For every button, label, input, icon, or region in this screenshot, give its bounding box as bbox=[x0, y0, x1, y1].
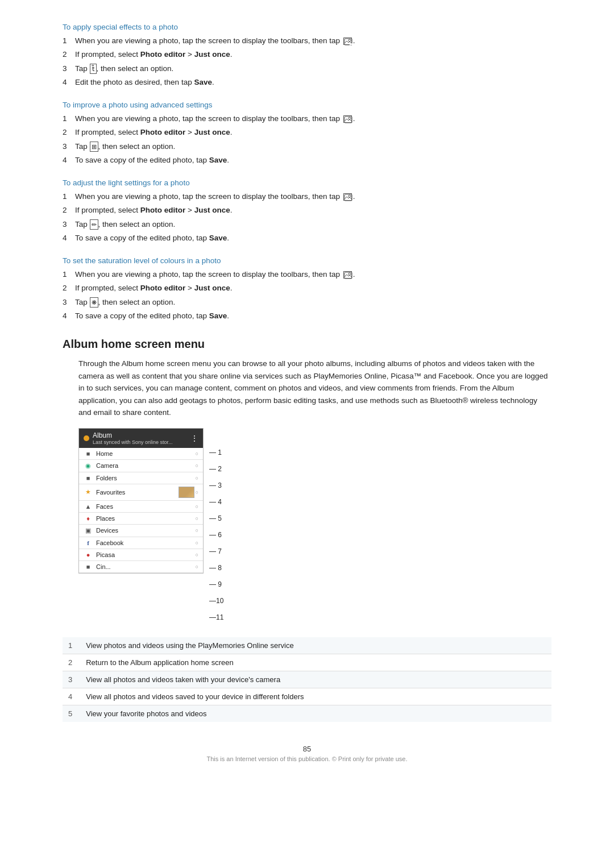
home-icon: ■ bbox=[84, 450, 93, 457]
step-text: If prompted, select Photo editor > Just … bbox=[75, 205, 551, 216]
step-3-1: 1 When you are viewing a photo, tap the … bbox=[63, 191, 551, 202]
album-menu-icon[interactable]: ⋮ bbox=[190, 434, 198, 443]
camera-icon: ◉ bbox=[84, 462, 93, 470]
step-text: If prompted, select Photo editor > Just … bbox=[75, 127, 551, 138]
callout-num-8: — 8 bbox=[209, 560, 223, 576]
photo-editor-icon: + bbox=[344, 38, 352, 45]
album-row-label: Home bbox=[96, 450, 196, 457]
album-row-folders[interactable]: ■ Folders ○ bbox=[79, 472, 203, 484]
step-2-4: 4 To save a copy of the edited photo, ta… bbox=[63, 155, 551, 166]
callout-row-text: View photos and videos using the PlayMem… bbox=[80, 637, 551, 654]
album-row-devices[interactable]: ▣ Devices ○ bbox=[79, 525, 203, 537]
callout-num-9: — 9 bbox=[209, 576, 223, 593]
album-row-favourites[interactable]: ★ Favourites ○ bbox=[79, 484, 203, 501]
step-text: To save a copy of the edited photo, tap … bbox=[75, 232, 551, 244]
album-row-label: Favourites bbox=[96, 489, 176, 496]
callout-num-10: —10 bbox=[209, 593, 223, 609]
step-2-2: 2 If prompted, select Photo editor > Jus… bbox=[63, 127, 551, 138]
row-arrow: ○ bbox=[196, 451, 198, 456]
callout-row-num: 5 bbox=[63, 705, 80, 722]
callout-num-3: — 3 bbox=[209, 477, 223, 494]
section-apply-special-effects: To apply special effects to a photo 1 Wh… bbox=[63, 23, 551, 88]
album-row-label: Camera bbox=[96, 462, 196, 469]
photo-editor-icon-2 bbox=[344, 116, 352, 123]
album-screenshot-header: Album Last synced with Sony online stor.… bbox=[79, 429, 203, 448]
row-arrow: ○ bbox=[196, 552, 198, 558]
step-number: 2 bbox=[63, 49, 75, 60]
grid-icon: ⊞ bbox=[90, 142, 98, 152]
callout-row-num: 1 bbox=[63, 637, 80, 654]
callout-num-6: — 6 bbox=[209, 527, 223, 543]
step-number: 4 bbox=[63, 310, 75, 322]
album-row-picasa[interactable]: ● Picasa ○ bbox=[79, 549, 203, 561]
album-row-faces[interactable]: ▲ Faces ○ bbox=[79, 501, 203, 513]
spacer bbox=[209, 428, 223, 445]
step-4-2: 2 If prompted, select Photo editor > Jus… bbox=[63, 283, 551, 294]
step-text: Tap ❋, then select an option. bbox=[75, 297, 551, 308]
page-footer: 85 This is an Internet version of this p… bbox=[63, 745, 551, 762]
album-screenshot-area: Album Last synced with Sony online stor.… bbox=[78, 428, 551, 626]
fx-icon: t̃ bbox=[90, 64, 97, 74]
callout-row-4: 4 View all photos and videos saved to yo… bbox=[63, 688, 551, 705]
step-number: 2 bbox=[63, 283, 75, 294]
step-number: 3 bbox=[63, 297, 75, 308]
step-4-4: 4 To save a copy of the edited photo, ta… bbox=[63, 310, 551, 322]
row-arrow: ○ bbox=[196, 516, 198, 521]
light-icon: ✏ bbox=[90, 219, 98, 230]
step-text: To save a copy of the edited photo, tap … bbox=[75, 155, 551, 166]
album-row-home[interactable]: ■ Home ○ bbox=[79, 448, 203, 460]
album-row-label: Devices bbox=[96, 527, 196, 534]
step-3-4: 4 To save a copy of the edited photo, ta… bbox=[63, 232, 551, 244]
album-row-facebook[interactable]: f Facebook ○ bbox=[79, 537, 203, 549]
step-number: 4 bbox=[63, 77, 75, 88]
step-text: When you are viewing a photo, tap the sc… bbox=[75, 191, 551, 202]
album-screenshot: Album Last synced with Sony online stor.… bbox=[78, 428, 204, 574]
callout-row-num: 2 bbox=[63, 654, 80, 671]
album-row-cinema[interactable]: ■ Cin... ○ bbox=[79, 561, 203, 573]
places-icon: ♦ bbox=[84, 515, 93, 522]
step-number: 2 bbox=[63, 205, 75, 216]
callout-table: 1 View photos and videos using the PlayM… bbox=[63, 637, 551, 722]
step-4-1: 1 When you are viewing a photo, tap the … bbox=[63, 269, 551, 280]
section-title-4: To set the saturation level of colours i… bbox=[63, 256, 551, 265]
step-2-1: 1 When you are viewing a photo, tap the … bbox=[63, 113, 551, 124]
section-adjust-light: To adjust the light settings for a photo… bbox=[63, 178, 551, 244]
album-header-title: Album bbox=[93, 431, 173, 439]
step-number: 1 bbox=[63, 113, 75, 124]
album-row-places[interactable]: ♦ Places ○ bbox=[79, 513, 203, 525]
step-text: To save a copy of the edited photo, tap … bbox=[75, 310, 551, 322]
callout-num-1: — 1 bbox=[209, 445, 223, 461]
album-row-camera[interactable]: ◉ Camera ○ bbox=[79, 460, 203, 472]
callout-row-text: Return to the Album application home scr… bbox=[80, 654, 551, 671]
step-text: If prompted, select Photo editor > Just … bbox=[75, 49, 551, 60]
row-arrow: ○ bbox=[196, 564, 198, 570]
faces-icon: ▲ bbox=[84, 503, 93, 510]
album-header-left: Album Last synced with Sony online stor.… bbox=[84, 431, 173, 445]
step-text: When you are viewing a photo, tap the sc… bbox=[75, 269, 551, 280]
album-header-subtitle: Last synced with Sony online stor... bbox=[93, 439, 173, 445]
step-text: Tap ⊞, then select an option. bbox=[75, 141, 551, 152]
step-1-2: 2 If prompted, select Photo editor > Jus… bbox=[63, 49, 551, 60]
step-number: 1 bbox=[63, 269, 75, 280]
row-arrow: ○ bbox=[196, 489, 198, 495]
section-improve-photo: To improve a photo using advanced settin… bbox=[63, 101, 551, 166]
callout-num-11: —11 bbox=[209, 609, 223, 626]
color-icon: ❋ bbox=[90, 297, 98, 308]
callout-row-3: 3 View all photos and videos taken with … bbox=[63, 671, 551, 688]
step-3-3: 3 Tap ✏, then select an option. bbox=[63, 219, 551, 230]
album-row-label: Facebook bbox=[96, 539, 196, 546]
section-title-1: To apply special effects to a photo bbox=[63, 23, 551, 31]
album-callout-numbers: — 1 — 2 — 3 — 4 — 5 — 6 — 7 — 8 — 9 —10 … bbox=[209, 428, 223, 626]
section-title-3: To adjust the light settings for a photo bbox=[63, 178, 551, 187]
row-arrow: ○ bbox=[196, 504, 198, 509]
step-number: 2 bbox=[63, 127, 75, 138]
row-arrow: ○ bbox=[196, 463, 198, 468]
step-number: 3 bbox=[63, 63, 75, 74]
step-1-3: 3 Tap t̃, then select an option. bbox=[63, 63, 551, 74]
callout-row-5: 5 View your favorite photos and videos bbox=[63, 705, 551, 722]
step-number: 1 bbox=[63, 35, 75, 47]
favourites-icon: ★ bbox=[84, 488, 93, 496]
step-number: 4 bbox=[63, 155, 75, 166]
section-album-home-screen-menu: Album home screen menu Through the Album… bbox=[63, 338, 551, 722]
callout-row-num: 3 bbox=[63, 671, 80, 688]
